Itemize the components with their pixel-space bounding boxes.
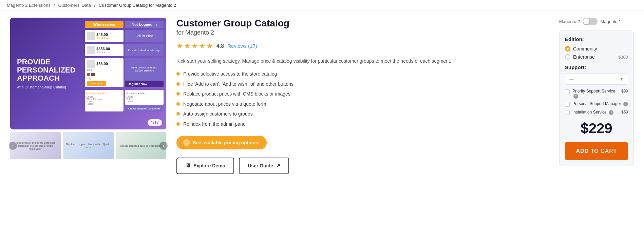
edition-community-option[interactable]: Community: [565, 46, 628, 52]
pricing-options-button[interactable]: See available pricing options!: [176, 136, 267, 149]
enterprise-price: +$300: [615, 55, 628, 60]
star-1: ★: [176, 42, 183, 50]
personal-manager-option[interactable]: Personal Support Manager ?: [565, 101, 628, 107]
product-action-3: Hide buttons and add custom banners: [125, 58, 164, 80]
star-5: ★: [206, 42, 213, 50]
pricing-button-label: See available pricing options!: [193, 140, 260, 145]
community-radio[interactable]: [565, 46, 570, 52]
thumbnail-1[interactable]: Hide product prices for particular custo…: [10, 132, 61, 159]
feature-item-3: Replace product prices with CMS blocks o…: [176, 91, 546, 98]
priority-support-info-icon[interactable]: ?: [573, 94, 578, 99]
edition-box: Edition: Community Enterprise +$300 Supp…: [559, 30, 634, 166]
add-to-cart-button[interactable]: ADD TO CART: [565, 142, 628, 160]
chevron-down-icon: ▼: [620, 77, 624, 82]
product-action-1: Call for Price: [125, 30, 164, 42]
installation-option[interactable]: Installation Service ? +$59: [565, 109, 628, 115]
star-2: ★: [184, 42, 191, 50]
bullet-2: [176, 82, 180, 86]
star-rating: ★ ★ ★ ★ ★: [176, 42, 213, 50]
support-dropdown[interactable]: --- ▼: [565, 74, 628, 85]
personal-manager-label: Personal Support Manager ?: [572, 101, 628, 106]
main-content: PROVIDEPERSONALIZEDAPPROACH with Custome…: [0, 11, 644, 181]
support-title: Support:: [565, 64, 628, 70]
promo-title: PROVIDEPERSONALIZEDAPPROACH: [17, 58, 75, 83]
feature-item-2: Hide 'Add to cart', 'Add to wish list' a…: [176, 81, 546, 88]
product-cell-3: $86.00 Color Qty Add to Cart: [85, 58, 124, 87]
guide-button-label: User Guide: [248, 163, 273, 168]
product-subtitle: for Magento 2: [176, 29, 546, 36]
user-guide-button[interactable]: User Guide ↗: [239, 158, 289, 174]
action-buttons: 🖥 Explore Demo User Guide ↗: [176, 158, 546, 174]
feature-item-5: Auto-assign customers to groups: [176, 111, 546, 118]
product-action-2: Provide individual offerings: [125, 44, 164, 56]
thumbnail-3[interactable]: Create targeted catalog categories: [116, 132, 166, 159]
breadcrumb-link-2[interactable]: Customers' Data: [58, 3, 91, 8]
bullet-1: [176, 72, 180, 76]
product-cell-1: $45.00 ★★★★★: [85, 30, 124, 42]
thumbnail-1-label: Hide product prices for particular custo…: [10, 132, 61, 159]
reviews-link[interactable]: Reviews (17): [227, 43, 257, 49]
bullet-6: [176, 122, 180, 126]
col-header-wholesalers: Wholesalers: [85, 21, 124, 28]
purchase-panel: Magento 2 Magento 1 Edition: Community E…: [559, 18, 634, 174]
promo-text-block: PROVIDEPERSONALIZEDAPPROACH with Custome…: [10, 18, 82, 129]
product-info-section: Customer Group Catalog for Magento 2 ★ ★…: [176, 18, 549, 174]
image-section: PROVIDEPERSONALIZEDAPPROACH with Custome…: [10, 18, 166, 174]
thumbnail-2[interactable]: Replace the price block with a Quote for…: [63, 132, 113, 159]
register-button[interactable]: Register Now: [125, 81, 164, 87]
monitor-icon: 🖥: [185, 163, 191, 169]
edition-enterprise-option[interactable]: Enterprise +$300: [565, 54, 628, 60]
bullet-4: [176, 102, 180, 106]
grid-cta: Create targeted categories: [125, 106, 164, 111]
pricing-toggle-icon: [183, 139, 190, 146]
external-link-icon: ↗: [276, 163, 280, 169]
col-header-not-logged: Not Logged In: [125, 21, 164, 28]
installation-checkbox[interactable]: [565, 110, 570, 115]
rating-row: ★ ★ ★ ★ ★ 4.8 Reviews (17): [176, 42, 546, 50]
promo-grid: Wholesalers Not Logged In $45.00 ★★★★★ C: [82, 18, 166, 129]
main-product-image: PROVIDEPERSONALIZEDAPPROACH with Custome…: [10, 18, 166, 129]
priority-support-option[interactable]: Priority Support Service ? +$99: [565, 89, 628, 99]
priority-support-label: Priority Support Service ?: [572, 89, 616, 99]
feature-item-4: Negotiate about prices via a quote form: [176, 101, 546, 108]
bullet-3: [176, 92, 180, 96]
toggle-knob: [583, 18, 589, 24]
installation-price: +$59: [619, 110, 628, 115]
thumbnail-2-label: Replace the price block with a Quote for…: [63, 132, 113, 159]
explore-demo-button[interactable]: 🖥 Explore Demo: [176, 158, 234, 174]
installation-label: Installation Service ?: [572, 110, 616, 115]
feature-item-1: Provide selective access to the store ca…: [176, 71, 546, 78]
priority-support-checkbox[interactable]: [565, 89, 570, 94]
enterprise-radio[interactable]: [565, 54, 570, 60]
breadcrumb-link-1[interactable]: Magento 2 Extensions: [7, 3, 51, 8]
priority-support-price: +$99: [619, 89, 628, 94]
thumbnail-prev-button[interactable]: ‹: [9, 142, 17, 150]
grid-cell-2: Furniture • Sale Chairs Sofas Tables: [125, 90, 164, 105]
image-counter: 1/17: [148, 119, 162, 126]
price-display: $229: [565, 120, 628, 137]
product-description: Kick-start your selling strategy. Manage…: [176, 57, 546, 65]
personal-manager-checkbox[interactable]: [565, 102, 570, 107]
product-title: Customer Group Catalog: [176, 18, 546, 29]
star-3: ★: [191, 42, 198, 50]
community-label: Community: [573, 46, 597, 52]
breadcrumb: Magento 2 Extensions / Customers' Data /…: [0, 0, 644, 11]
price-amount: $229: [581, 120, 612, 136]
version-toggle-switch[interactable]: [583, 18, 598, 25]
star-4: ★: [199, 42, 206, 50]
enterprise-label: Enterprise: [573, 54, 595, 60]
breadcrumb-current: Customer Group Catalog for Magento 2: [99, 3, 176, 8]
personal-manager-info-icon[interactable]: ?: [623, 102, 628, 106]
promo-sub: with Customer Group Catalog: [17, 85, 75, 89]
rating-score: 4.8: [216, 43, 224, 49]
features-list: Provide selective access to the store ca…: [176, 71, 546, 128]
breadcrumb-separator-2: /: [94, 3, 97, 8]
installation-info-icon[interactable]: ?: [609, 110, 613, 115]
feature-item-6: Reindex from the admin panel: [176, 121, 546, 128]
support-dropdown-value: ---: [569, 77, 574, 82]
magento2-label: Magento 2: [559, 19, 580, 24]
breadcrumb-separator-1: /: [54, 3, 56, 8]
bullet-5: [176, 112, 180, 116]
thumbnail-next-button[interactable]: ›: [159, 142, 168, 150]
version-toggle[interactable]: Magento 2 Magento 1: [559, 18, 634, 25]
